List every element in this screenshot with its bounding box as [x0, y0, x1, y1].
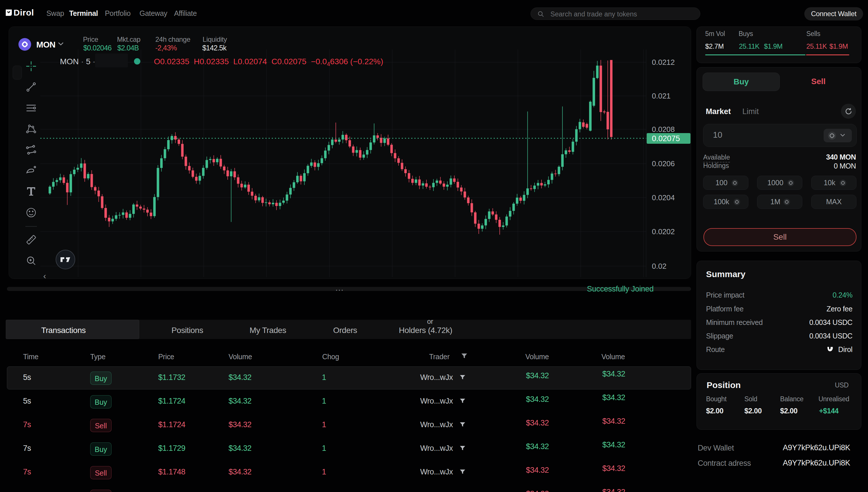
- svg-text:0.0202: 0.0202: [652, 227, 675, 236]
- svg-text:‹: ‹: [43, 271, 46, 278]
- svg-text:0.0206: 0.0206: [652, 159, 675, 168]
- svg-text:0.02: 0.02: [652, 262, 667, 270]
- svg-text:0.0208: 0.0208: [652, 125, 675, 134]
- svg-text:O0.02335 H0.02335 L0.02074: O0.02335 H0.02335 L0.02074 C0.02075 −0.0…: [154, 57, 383, 67]
- svg-text:0.021: 0.021: [652, 92, 671, 100]
- svg-text:0.0212: 0.0212: [652, 58, 675, 67]
- svg-text:0.0204: 0.0204: [652, 193, 675, 202]
- svg-text:0.02075: 0.02075: [652, 134, 680, 143]
- svg-text:MON · 5 ·: MON · 5 ·: [60, 57, 95, 66]
